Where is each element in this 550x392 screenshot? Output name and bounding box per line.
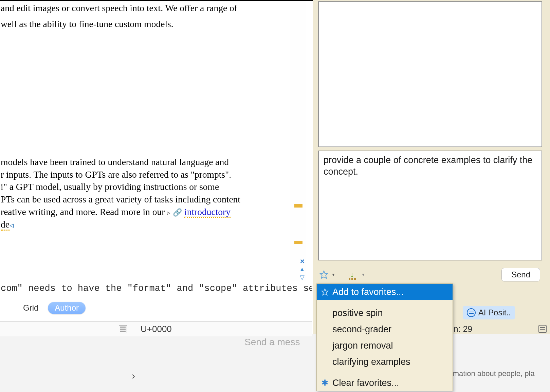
doc-text: PTs can be used across a great variety o…	[1, 194, 240, 204]
favorite-item[interactable]: clarifying examples	[317, 354, 453, 370]
favorite-item[interactable]: jargon removal	[317, 337, 453, 354]
author-view-button[interactable]: Author	[48, 302, 86, 314]
favorite-item[interactable]: second-grader	[317, 321, 453, 337]
menu-item-label: Clear favorites...	[332, 378, 399, 388]
document-editor-pane: and edit images or convert speech into t…	[0, 0, 313, 334]
change-marker[interactable]	[294, 204, 302, 208]
menu-item-label: positive spin	[332, 308, 383, 318]
doc-text: models have been trained to understand n…	[1, 157, 229, 167]
menu-item-label: jargon removal	[332, 340, 393, 351]
tab-ai-positron[interactable]: AI Posit..	[463, 306, 515, 319]
comment-icon[interactable]	[538, 325, 547, 333]
doc-text: r inputs. The inputs to GPTs are also re…	[1, 169, 231, 180]
unicode-indicator: U+0000	[141, 324, 172, 334]
snowflake-icon: ✱	[321, 379, 329, 387]
insert-button[interactable]: ↓	[345, 269, 360, 280]
grid-view-button[interactable]: Grid	[16, 302, 45, 314]
triangle-up-icon[interactable]: ▲	[299, 266, 305, 273]
triangle-down-icon[interactable]: ▽	[300, 274, 305, 281]
marker-triangle-icon: ▹	[167, 209, 170, 216]
footer-text-fragment: formation about people, pla	[444, 369, 535, 378]
close-mark-icon[interactable]: ✕	[300, 258, 305, 265]
scroll-controls: ✕ ▲ ▽	[297, 258, 307, 282]
favorites-caret-icon[interactable]: ▼	[330, 269, 337, 280]
send-button[interactable]: Send	[501, 268, 540, 281]
chevron-right-icon: ›	[132, 370, 135, 381]
menu-item-label: second-grader	[332, 324, 391, 335]
doc-text: i" a GPT model, usually by providing ins…	[1, 181, 219, 192]
assistant-toolbar: ▼ ↓ ▼ Send	[318, 265, 542, 284]
favorite-item[interactable]: positive spin	[317, 305, 453, 321]
add-to-favorites-item[interactable]: Add to favorites...	[317, 284, 453, 300]
caret-icon: ◁	[10, 221, 14, 229]
star-outline-icon	[321, 288, 329, 296]
insert-caret-icon[interactable]: ▼	[360, 269, 367, 280]
svg-marker-1	[322, 289, 328, 295]
change-marker-gutter	[290, 1, 306, 282]
doc-text: de	[1, 219, 10, 231]
speech-bubble-icon	[467, 308, 476, 317]
clear-favorites-item[interactable]: ✱ Clear favorites...	[317, 375, 453, 391]
favorites-star-button[interactable]	[318, 269, 330, 280]
validation-message: com" needs to have the "format" and "sco…	[0, 281, 312, 297]
assistant-prompt-box[interactable]: provide a couple of concrete examples to…	[318, 151, 542, 260]
background-window: Send a mess › formation about people, pl…	[0, 334, 550, 392]
link-icon: 🔗	[173, 208, 182, 217]
doc-text: reative writing, and more. Read more in …	[1, 207, 167, 217]
introductory-link[interactable]: introductory	[184, 207, 231, 218]
menu-item-label: clarifying examples	[332, 357, 410, 367]
status-bar: U+0000	[0, 321, 312, 336]
change-marker[interactable]	[294, 241, 302, 244]
list-icon[interactable]	[119, 325, 127, 333]
prompt-text: provide a couple of concrete examples to…	[324, 155, 532, 177]
doc-text: and edit images or convert speech into t…	[1, 3, 237, 13]
svg-marker-0	[320, 271, 328, 278]
doc-text: well as the ability to fine-tune custom …	[1, 19, 173, 29]
document-body[interactable]: and edit images or convert speech into t…	[0, 1, 290, 279]
view-mode-toggle: Grid Author	[0, 299, 313, 317]
chat-input-ghost: Send a mess	[244, 337, 300, 348]
favorites-menu: Add to favorites... positive spin second…	[316, 283, 453, 391]
menu-item-label: Add to favorites...	[332, 287, 404, 297]
assistant-response-box[interactable]	[318, 1, 542, 147]
tab-label: AI Posit..	[478, 308, 511, 317]
